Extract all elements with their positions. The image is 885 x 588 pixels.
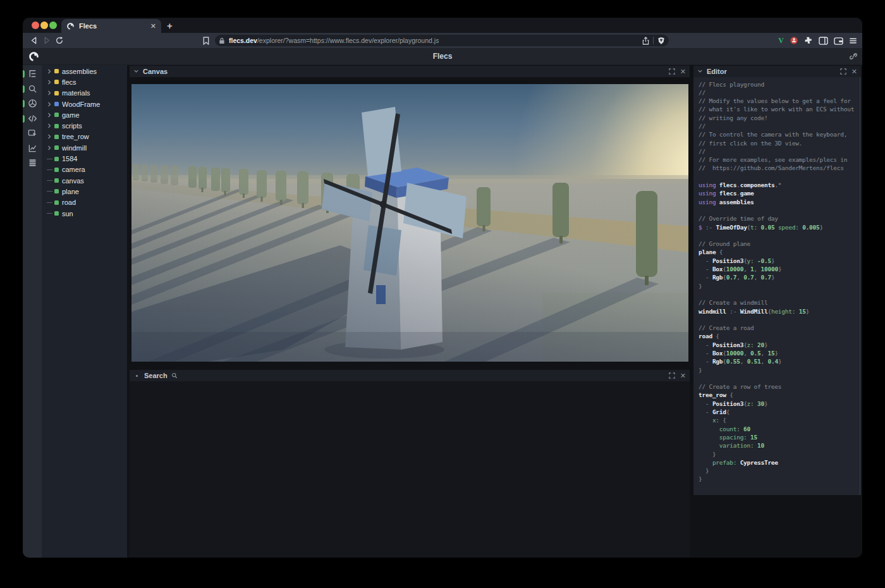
sidebar-hierarchy-icon[interactable] <box>23 66 42 82</box>
new-tab-button[interactable]: + <box>167 20 173 31</box>
puzzle-icon[interactable] <box>804 36 813 45</box>
code-line[interactable]: // writing any code! <box>699 114 859 122</box>
code-line[interactable]: // Create a road <box>699 324 859 332</box>
close-icon[interactable]: ✕ <box>680 68 686 75</box>
brave-shield-icon[interactable] <box>657 37 665 45</box>
code-line[interactable]: // Modify the values below to get a feel… <box>699 97 859 105</box>
url-bar[interactable]: flecs.dev/explorer/?wasm=https://www.fle… <box>215 35 669 46</box>
code-line[interactable]: - Box{10000, 1, 10000} <box>699 265 859 273</box>
reload-icon[interactable] <box>53 35 66 46</box>
code-line[interactable]: // what it's like to work with an ECS wi… <box>699 105 859 113</box>
tree-item-tree_row[interactable]: tree_row <box>42 132 127 142</box>
code-line[interactable]: // Override time of day <box>699 214 859 223</box>
code-line[interactable]: - Position3{y: -0.5} <box>699 257 859 265</box>
code-line[interactable]: } <box>699 282 859 290</box>
chevron-right-icon[interactable] <box>47 69 54 74</box>
code-line[interactable]: // first click on the 3D view. <box>699 139 859 147</box>
code-line[interactable]: } <box>699 475 859 483</box>
code-line[interactable]: variation: 10 <box>699 441 859 450</box>
code-line[interactable]: // <box>699 147 859 156</box>
code-line[interactable]: prefab: CypressTree <box>699 458 859 467</box>
expand-icon[interactable] <box>669 68 675 75</box>
sidebar-code-icon[interactable] <box>23 111 42 126</box>
chevron-right-icon[interactable] <box>47 145 54 150</box>
sidebar-stats-icon[interactable] <box>23 141 42 156</box>
tree-item-road[interactable]: road <box>42 197 127 208</box>
tree-item-materials[interactable]: materials <box>42 88 127 99</box>
tree-item-plane[interactable]: plane <box>42 186 127 197</box>
zoom-window-button[interactable] <box>49 21 57 29</box>
chevron-right-icon[interactable] <box>47 123 54 128</box>
expand-icon[interactable] <box>669 372 675 379</box>
code-line[interactable]: road { <box>699 332 859 340</box>
code-line[interactable]: // <box>699 122 859 130</box>
sidebar-scene-icon[interactable] <box>23 96 42 111</box>
code-line[interactable]: plane { <box>699 248 859 256</box>
code-line[interactable] <box>699 231 859 240</box>
code-line[interactable]: // Flecs playground <box>699 80 859 89</box>
browser-tab[interactable]: Flecs ✕ <box>61 19 161 33</box>
sidebar-rows-icon[interactable] <box>23 156 42 171</box>
code-line[interactable]: // <box>699 89 859 97</box>
tree-item-game[interactable]: game <box>42 109 127 120</box>
tree-item-flecs[interactable]: flecs <box>42 77 127 87</box>
code-line[interactable]: } <box>699 467 859 475</box>
menu-icon[interactable] <box>849 37 857 45</box>
code-line[interactable]: - Rgb{0.7, 0.7, 0.7} <box>699 273 859 281</box>
code-line[interactable]: // To control the camera with the keyboa… <box>699 130 859 138</box>
code-line[interactable] <box>699 173 859 181</box>
sidebar-search-icon[interactable] <box>23 82 42 97</box>
close-icon[interactable]: ✕ <box>851 68 857 75</box>
back-icon[interactable] <box>28 35 40 46</box>
bookmark-icon[interactable] <box>200 35 212 46</box>
forward-icon[interactable] <box>40 35 53 46</box>
link-icon[interactable] <box>849 52 858 61</box>
share-icon[interactable] <box>642 37 649 45</box>
code-line[interactable]: count: 60 <box>699 425 859 433</box>
chevron-down-icon[interactable] <box>133 68 139 74</box>
expand-icon[interactable] <box>840 68 846 75</box>
tree-item-1584[interactable]: 1584 <box>42 153 127 164</box>
search-panel-content[interactable] <box>130 381 690 557</box>
code-line[interactable]: - Box{10000, 0.5, 15} <box>699 349 859 357</box>
chevron-right-icon[interactable] <box>47 102 54 107</box>
code-line[interactable] <box>699 290 859 298</box>
tree-item-assemblies[interactable]: assemblies <box>42 66 127 77</box>
chevron-down-icon[interactable] <box>697 68 703 74</box>
code-line[interactable]: - Position3{z: 30} <box>699 400 859 408</box>
code-line[interactable]: - Position3{z: 20} <box>699 341 859 349</box>
sidebar-panel-icon[interactable] <box>819 37 828 45</box>
code-line[interactable]: } <box>699 450 859 458</box>
code-line[interactable]: - Grid{ <box>699 408 859 416</box>
red-extension-icon[interactable] <box>790 36 798 45</box>
tree-item-windmill[interactable]: windmill <box>42 142 127 153</box>
chevron-right-icon[interactable] <box>47 90 54 95</box>
tree-item-sun[interactable]: sun <box>42 208 127 219</box>
v-extension-icon[interactable]: V <box>778 36 784 46</box>
code-line[interactable]: - Rgb{0.55, 0.51, 0.4} <box>699 357 859 365</box>
tree-item-scripts[interactable]: scripts <box>42 120 127 131</box>
minimize-window-button[interactable] <box>40 21 48 29</box>
tree-item-WoodFrame[interactable]: WoodFrame <box>42 99 127 109</box>
code-editor[interactable]: // Flecs playground//// Modify the value… <box>693 77 861 495</box>
tree-item-camera[interactable]: camera <box>42 164 127 175</box>
code-line[interactable] <box>699 315 859 324</box>
code-line[interactable]: $ :- TimeOfDay{t: 0.05 speed: 0.005} <box>699 223 859 231</box>
code-line[interactable]: x: { <box>699 416 859 424</box>
code-line[interactable]: using flecs.game <box>699 189 859 197</box>
chevron-right-icon[interactable] <box>47 80 54 85</box>
code-line[interactable]: using flecs.components.* <box>699 181 859 189</box>
close-window-button[interactable] <box>32 21 39 29</box>
sidebar-inspect-icon[interactable] <box>23 126 42 141</box>
code-line[interactable]: } <box>699 366 859 374</box>
tab-close-icon[interactable]: ✕ <box>150 23 156 30</box>
code-line[interactable] <box>699 206 859 214</box>
code-line[interactable]: // Create a row of trees <box>699 383 859 391</box>
panel-bullet-icon[interactable] <box>136 375 138 377</box>
chevron-right-icon[interactable] <box>47 134 54 139</box>
code-line[interactable]: spacing: 15 <box>699 433 859 441</box>
chevron-right-icon[interactable] <box>47 113 54 118</box>
code-line[interactable]: // For more examples, see examples/plecs… <box>699 156 859 164</box>
code-line[interactable]: // Create a windmill <box>699 298 859 307</box>
code-line[interactable]: windmill :- WindMill{height: 15} <box>699 307 859 315</box>
